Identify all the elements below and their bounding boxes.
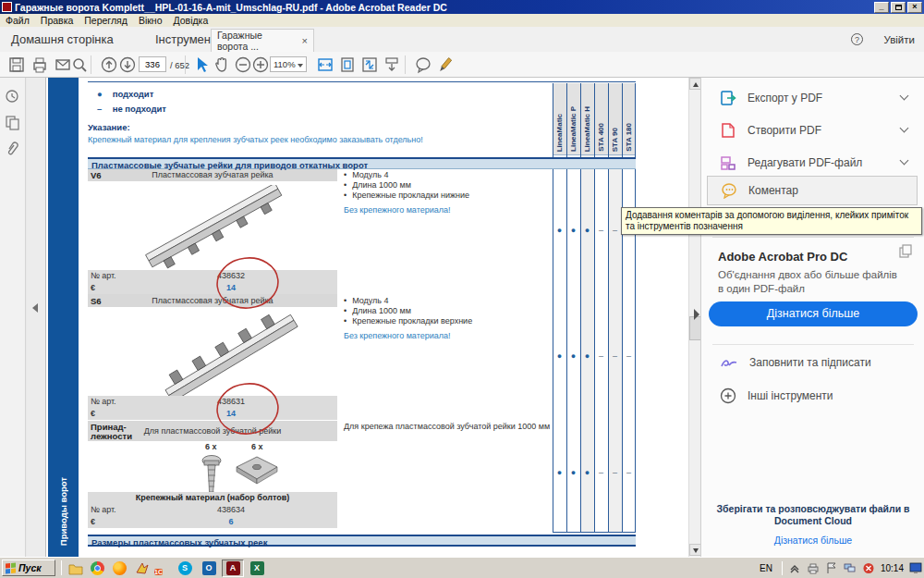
product-image-nut <box>234 455 280 488</box>
scrolling-mode-icon[interactable] <box>383 55 401 74</box>
system-tray: EN 10:14 <box>756 560 922 577</box>
attachments-icon[interactable] <box>5 141 20 156</box>
zoom-level-dropdown[interactable]: 110% <box>270 56 307 72</box>
fit-page-icon[interactable] <box>338 55 357 74</box>
compatibility-columns: LineaMatic LineaMatic P LineaMatic H STA… <box>553 83 636 533</box>
collapse-panel-icon[interactable] <box>32 303 38 313</box>
next-page-icon[interactable] <box>118 55 137 74</box>
chapter-tab-strip: Приводы ворот <box>48 78 79 557</box>
row-v6-article: № арт.438632 €14 <box>88 270 337 294</box>
full-screen-icon[interactable] <box>360 55 379 74</box>
promo-text: Об'єднання двох або більше файлів в один… <box>718 268 903 296</box>
export-pdf-icon <box>720 90 736 106</box>
comment-tool-icon[interactable] <box>414 55 432 74</box>
tab-close-icon[interactable]: × <box>302 35 308 46</box>
help-icon[interactable]: ? <box>851 33 863 45</box>
dash-icon: – <box>97 104 110 114</box>
chapter-tab-label: Приводы ворот <box>58 477 68 546</box>
toolbar: / 652 110% <box>0 52 924 78</box>
legend-suitable: ● подходит <box>97 89 153 99</box>
row-accessories-note: Для крепежа пластмассовой зубчатой рейки… <box>344 422 550 431</box>
taskbar: Пуск 1С S O A X EN 10:14 <box>0 557 924 578</box>
messenger-icon[interactable] <box>135 561 150 576</box>
zoom-out-icon[interactable] <box>234 55 252 74</box>
edit-pdf-icon <box>720 154 736 171</box>
chevron-down-icon <box>298 64 303 68</box>
network-icon[interactable] <box>844 562 857 574</box>
menu-help[interactable]: Довідка <box>167 15 213 26</box>
menu-window[interactable]: Вікно <box>133 15 168 26</box>
minimize-button[interactable]: _ <box>874 2 889 13</box>
tab-home[interactable]: Домашня сторінка <box>11 32 114 46</box>
qty-screws: 6 x <box>205 442 217 451</box>
chevron-down-icon[interactable] <box>900 92 909 101</box>
menu-file[interactable]: Файл <box>0 15 35 26</box>
title-bar: Гаражные ворота Komplett__HPL-01-16-A-mi… <box>0 0 924 14</box>
onec-icon[interactable]: 1С <box>154 561 169 576</box>
plus-circle-icon <box>720 387 736 404</box>
close-button[interactable]: × <box>907 2 922 13</box>
firefox-icon[interactable] <box>113 561 128 576</box>
page-number-input[interactable] <box>139 56 166 72</box>
tab-document[interactable]: Гаражные ворота ... × <box>211 29 314 52</box>
recent-history-icon[interactable] <box>5 89 20 105</box>
dot-icon: ● <box>97 89 110 99</box>
tool-more-tools[interactable]: Інші інструменти <box>720 387 833 405</box>
column-header: STA 180 <box>625 123 633 152</box>
skype-icon[interactable]: S <box>174 560 196 577</box>
nav-rail <box>0 78 26 557</box>
previous-page-icon[interactable] <box>100 55 118 74</box>
menu-view[interactable]: Перегляд <box>79 15 133 26</box>
qty-nuts: 6 x <box>251 442 263 451</box>
search-icon[interactable] <box>70 55 89 74</box>
tool-fill-sign[interactable]: Заповнити та підписати <box>720 353 871 372</box>
fit-width-icon[interactable] <box>316 55 334 74</box>
chevron-down-icon[interactable] <box>900 124 909 133</box>
chevron-down-icon[interactable] <box>900 156 909 166</box>
row-accessories-article: Крепежный материал (набор болтов) № арт.… <box>88 492 337 528</box>
sign-in-link[interactable]: Увійти <box>884 34 915 45</box>
excel-icon[interactable]: X <box>246 560 268 577</box>
zoom-in-icon[interactable] <box>251 55 270 74</box>
row-s6-bullets: Модуль 4 Длина 1000 мм Крепежные проклад… <box>344 296 472 326</box>
restore-button[interactable] <box>891 2 906 13</box>
language-indicator[interactable]: EN <box>756 561 776 575</box>
print-icon[interactable] <box>30 55 49 74</box>
row-s6-compatibility: ●●●––– <box>553 351 636 362</box>
main-area: Приводы ворот ● подходит – не подходит У… <box>0 78 924 557</box>
pdf-page: Приводы ворот ● подходит – не подходит У… <box>46 78 688 557</box>
printer-tray-icon[interactable] <box>807 562 820 574</box>
expand-panel-icon[interactable] <box>694 309 699 320</box>
row-header-accessories: Принад- лежности Для пластмассовой зубча… <box>88 421 337 441</box>
menu-bar: Файл Правка Перегляд Вікно Довідка <box>0 14 924 27</box>
acrobat-taskbar-icon[interactable]: A <box>222 560 244 577</box>
clock[interactable]: 10:14 <box>881 563 904 573</box>
tool-comment[interactable]: Коментар <box>707 176 918 205</box>
legend-not-suitable: – не подходит <box>97 104 166 114</box>
select-tool-icon[interactable] <box>192 55 211 74</box>
section-header: Пластмассовые зубчатые рейки для приводо… <box>88 157 636 169</box>
start-button[interactable]: Пуск <box>2 560 55 576</box>
pencil-tool-icon[interactable] <box>436 55 455 74</box>
page-total-label: / 652 <box>170 60 189 70</box>
menu-edit[interactable]: Правка <box>35 15 79 26</box>
nav-panel-splitter[interactable] <box>27 78 46 557</box>
tool-export-pdf[interactable]: Експорт у PDF <box>720 89 822 107</box>
learn-more-button[interactable]: Дізнатися більше <box>709 301 918 326</box>
security-alert-icon[interactable] <box>862 562 875 574</box>
security-flag-icon[interactable] <box>825 562 838 574</box>
explorer-icon[interactable] <box>68 561 83 576</box>
save-icon[interactable] <box>7 55 26 74</box>
show-hidden-icons[interactable] <box>788 562 801 574</box>
table-top-line <box>88 81 636 82</box>
hand-tool-icon[interactable] <box>213 55 231 74</box>
tool-create-pdf[interactable]: Створити PDF <box>720 121 821 140</box>
email-icon[interactable] <box>54 55 72 74</box>
chrome-icon[interactable] <box>91 561 105 576</box>
outlook-icon[interactable]: O <box>198 560 220 577</box>
page-thumbnails-icon[interactable] <box>5 115 20 130</box>
tool-edit-pdf[interactable]: Редагувати PDF-файл <box>720 154 862 172</box>
create-pdf-icon <box>720 122 736 139</box>
document-cloud-link[interactable]: Дізнатися більше <box>714 535 912 546</box>
display-icon[interactable] <box>909 562 922 574</box>
